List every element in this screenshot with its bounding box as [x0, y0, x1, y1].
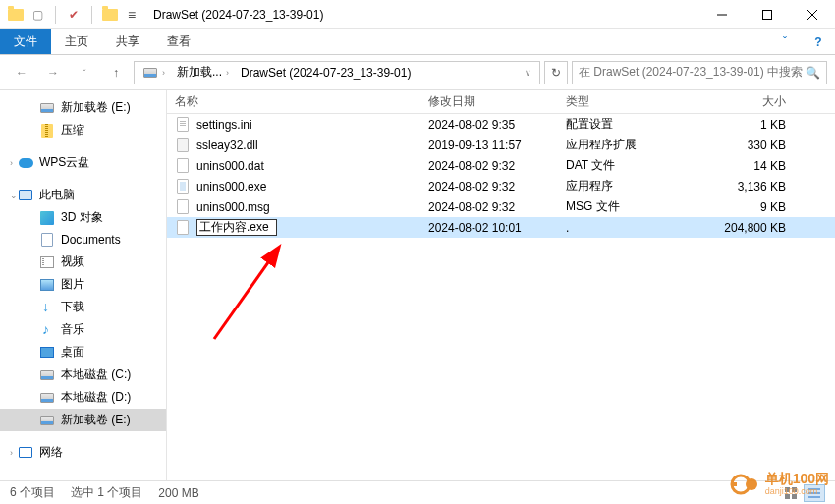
file-row[interactable]: ssleay32.dll 2019-09-13 11:57应用程序扩展330 K…: [167, 135, 835, 155]
watermark-title: 单机100网: [765, 472, 829, 486]
close-button[interactable]: [790, 0, 835, 29]
status-size: 200 MB: [158, 486, 198, 500]
status-bar: 6 个项目 选中 1 个项目 200 MB: [0, 480, 835, 504]
sidebar-item-videos[interactable]: 视频: [0, 251, 166, 273]
msg-file-icon: [175, 199, 191, 215]
svg-rect-15: [732, 482, 737, 486]
sidebar-item-wps-cloud[interactable]: ›WPS云盘: [0, 151, 166, 174]
column-headers: 名称 修改日期 类型 大小: [167, 90, 835, 114]
search-input[interactable]: 在 DrawSet (2024-07-23_13-39-01) 中搜索 🔍: [572, 61, 827, 84]
sidebar-item-drive-e-top[interactable]: 新加载卷 (E:): [0, 96, 166, 119]
sidebar-item-music[interactable]: 音乐: [0, 318, 166, 341]
dll-file-icon: [175, 138, 191, 153]
svg-rect-1: [763, 10, 772, 19]
minimize-button[interactable]: [699, 0, 745, 29]
expand-icon[interactable]: ›: [10, 158, 13, 168]
folder-app-icon: [8, 7, 24, 23]
col-header-name[interactable]: 名称: [167, 90, 420, 113]
ribbon-expand-icon[interactable]: ˇ: [768, 29, 802, 54]
svg-point-14: [746, 478, 757, 490]
sidebar-item-desktop[interactable]: 桌面: [0, 341, 166, 364]
title-bar: ▢ ✔ ≡ DrawSet (2024-07-23_13-39-01): [0, 0, 835, 29]
config-file-icon: [175, 117, 191, 133]
sidebar-item-this-pc[interactable]: ⌄此电脑: [0, 184, 166, 206]
sidebar-item-drive-c[interactable]: 本地磁盘 (C:): [0, 364, 166, 386]
search-icon[interactable]: 🔍: [806, 66, 820, 80]
rename-input[interactable]: [196, 219, 277, 236]
tab-home[interactable]: 主页: [51, 29, 102, 54]
file-rows: settings.ini 2024-08-02 9:35配置设置1 KB ssl…: [167, 114, 835, 480]
sidebar-item-downloads[interactable]: 下载: [0, 296, 166, 318]
window-title: DrawSet (2024-07-23_13-39-01): [147, 8, 699, 22]
qat-unknown-icon[interactable]: ▢: [29, 7, 45, 23]
sidebar-item-compressed[interactable]: 压缩: [0, 119, 166, 141]
exe-file-icon: [175, 179, 191, 195]
file-row[interactable]: unins000.exe 2024-08-02 9:32应用程序3,136 KB: [167, 176, 835, 196]
file-row[interactable]: settings.ini 2024-08-02 9:35配置设置1 KB: [167, 114, 835, 135]
file-row[interactable]: unins000.msg 2024-08-02 9:32MSG 文件9 KB: [167, 196, 835, 217]
search-placeholder: 在 DrawSet (2024-07-23_13-39-01) 中搜索: [579, 64, 803, 81]
watermark-url: danji100.com: [765, 487, 829, 497]
file-row-selected[interactable]: 2024-08-02 10:01.204,800 KB: [167, 217, 835, 238]
address-bar-row: ← → ˇ ↑ › 新加载...› DrawSet (2024-07-23_13…: [0, 55, 835, 90]
col-header-type[interactable]: 类型: [558, 90, 676, 113]
drive-icon: [142, 65, 158, 81]
breadcrumb-1[interactable]: 新加载...›: [171, 62, 235, 84]
breadcrumb-2[interactable]: DrawSet (2024-07-23_13-39-01): [235, 62, 417, 84]
generic-file-icon: [175, 220, 191, 236]
file-list-pane: 名称 修改日期 类型 大小 settings.ini 2024-08-02 9:…: [167, 90, 835, 480]
refresh-button[interactable]: ↻: [544, 61, 568, 84]
collapse-icon[interactable]: ⌄: [10, 191, 18, 200]
maximize-button[interactable]: [745, 0, 790, 29]
chevron-right-icon[interactable]: ›: [162, 68, 165, 78]
watermark: 单机100网 danji100.com: [730, 469, 829, 500]
col-header-size[interactable]: 大小: [676, 90, 794, 113]
nav-back-icon[interactable]: ←: [8, 61, 35, 84]
sidebar-item-documents[interactable]: Documents: [0, 229, 166, 251]
ribbon: 文件 主页 共享 查看 ˇ ?: [0, 29, 835, 55]
expand-icon[interactable]: ›: [10, 448, 13, 458]
address-dropdown-icon[interactable]: ∨: [519, 68, 537, 78]
qat-overflow-icon[interactable]: ≡: [124, 7, 139, 23]
tab-view[interactable]: 查看: [153, 29, 204, 54]
nav-up-icon[interactable]: ↑: [102, 61, 130, 84]
tab-file[interactable]: 文件: [0, 29, 51, 54]
file-row[interactable]: unins000.dat 2024-08-02 9:32DAT 文件14 KB: [167, 155, 835, 176]
sidebar-item-3d-objects[interactable]: 3D 对象: [0, 206, 166, 229]
status-item-count: 6 个项目: [10, 484, 55, 501]
tab-share[interactable]: 共享: [102, 29, 153, 54]
dat-file-icon: [175, 158, 191, 174]
nav-pane[interactable]: 新加载卷 (E:) 压缩 ›WPS云盘 ⌄此电脑 3D 对象 Documents…: [0, 90, 167, 480]
chevron-right-icon[interactable]: ›: [226, 68, 229, 78]
help-icon[interactable]: ?: [802, 29, 835, 54]
sidebar-item-pictures[interactable]: 图片: [0, 273, 166, 296]
qat-check-icon[interactable]: ✔: [66, 7, 82, 23]
sidebar-item-drive-e[interactable]: 新加载卷 (E:): [0, 409, 166, 431]
col-header-date[interactable]: 修改日期: [420, 90, 558, 113]
sidebar-item-drive-d[interactable]: 本地磁盘 (D:): [0, 386, 166, 409]
status-selected: 选中 1 个项目: [71, 484, 142, 501]
qat-folder-icon[interactable]: [102, 7, 118, 23]
nav-recent-icon[interactable]: ˇ: [71, 61, 98, 84]
nav-forward-icon: →: [39, 61, 67, 84]
watermark-logo-icon: [730, 469, 761, 500]
sidebar-item-network[interactable]: ›网络: [0, 441, 166, 464]
address-bar[interactable]: › 新加载...› DrawSet (2024-07-23_13-39-01) …: [134, 61, 540, 84]
